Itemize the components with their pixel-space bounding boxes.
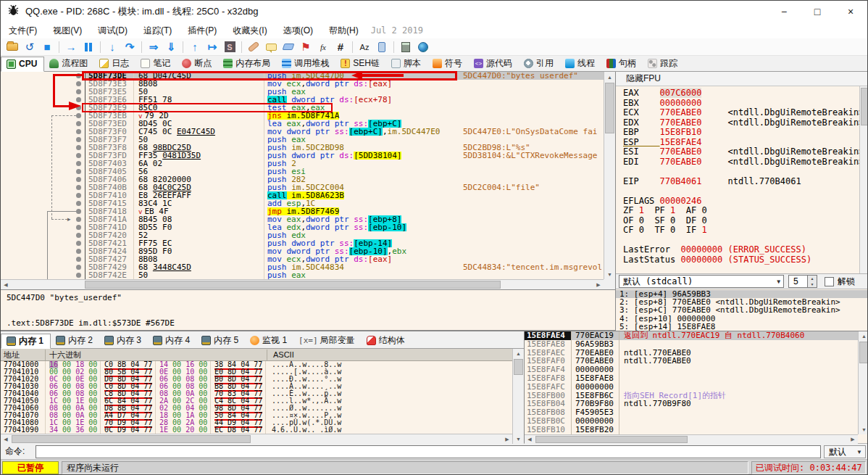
tab-内存-4[interactable]: 内存 4 <box>148 333 196 348</box>
disasm-row[interactable]: 5D8F73F868 98BDC25Dpush im.5DC2BD985DC2B… <box>1 144 604 152</box>
restart-icon[interactable]: ↺ <box>22 40 38 54</box>
register-row[interactable]: ESP 15E8FAE4 <box>616 138 859 148</box>
run-icon[interactable]: → <box>63 40 79 54</box>
run-to-selection-icon[interactable]: ⇒ <box>146 40 162 54</box>
tab-seh[interactable]: !SEH链 <box>335 56 386 71</box>
step-over-icon[interactable]: ↷ <box>122 40 138 54</box>
disasm-row[interactable]: 5D8F742052push edx <box>1 231 604 239</box>
labels-icon[interactable] <box>280 40 296 54</box>
tab-script[interactable]: 脚本 <box>386 56 427 71</box>
breakpoint-dot[interactable] <box>76 241 81 246</box>
breakpoint-dot[interactable] <box>76 121 81 126</box>
register-row[interactable]: EDI 770EABE0 <ntdll.DbgUiRemoteBreakin> <box>616 157 859 168</box>
breakpoint-dot[interactable] <box>76 89 81 94</box>
register-row[interactable]: EIP 770B4061 ntdll.770B4061 <box>616 177 859 187</box>
breakpoint-dot[interactable] <box>76 265 81 270</box>
stack-row[interactable]: 15E8FAFC00000000 <box>525 383 858 392</box>
disasm-horizontal-scrollbar[interactable]: ◀ ▶ <box>1 279 604 289</box>
menu-item[interactable]: 收藏夹(I) <box>225 22 275 39</box>
settings-globe-icon[interactable] <box>415 40 431 54</box>
dump-row[interactable]: 7704109034 00 36 000C D9 04 771E 00 20 0… <box>1 426 512 434</box>
breakpoint-dot[interactable] <box>76 185 81 190</box>
strings-icon[interactable]: Az <box>356 40 372 54</box>
step-into-icon[interactable]: ↓ <box>104 40 120 54</box>
breakpoint-dot[interactable] <box>76 153 81 158</box>
disasm-row[interactable]: 5D8F7421FF75 ECpush dword ptr ss:[ebp-14… <box>1 239 604 247</box>
disasm-row[interactable]: 5D8F740B68 04C0C25Dpush im.5DC2C0045DC2C… <box>1 183 604 191</box>
disasm-row[interactable]: 5D8F741A8B45 08mov eax,dword ptr ss:[ebp… <box>1 215 604 223</box>
stack-row[interactable]: 15E8FB0015E8FB6C指向SEH_Record[1]的指针 <box>525 392 858 400</box>
tab-source[interactable]: <>源代码 <box>469 56 519 71</box>
menu-item[interactable]: 选项(O) <box>275 22 321 39</box>
disasm-row[interactable]: 5D8F7410E8 26EEFAFFcall im.5D8A623B <box>1 191 604 199</box>
menu-item[interactable]: 帮助(H) <box>321 22 367 39</box>
stack-row[interactable]: 15E8FAF815E8FAE8 <box>525 374 858 383</box>
attach-device-icon[interactable] <box>374 40 390 54</box>
calculator-icon[interactable] <box>398 40 414 54</box>
disasm-row[interactable]: 5D8F73F750push eax <box>1 136 604 144</box>
hide-fpu-button[interactable]: 隐藏FPU <box>616 72 868 86</box>
close-button[interactable]: × <box>834 1 867 22</box>
dump-horizontal-scrollbar[interactable]: ◀ ▶ <box>1 434 512 444</box>
breakpoint-dot[interactable] <box>76 249 81 254</box>
register-row[interactable]: EDX 770EABE0 <ntdll.DbgUiRemoteBreakin> <box>616 118 859 128</box>
command-input[interactable] <box>36 445 821 458</box>
register-row[interactable]: EBP 15E8FB10 <box>616 128 859 138</box>
disasm-row[interactable]: 5D8F7418vEB 4Fjmp im.5D8F7469 <box>1 207 604 215</box>
tab-内存-2[interactable]: 内存 2 <box>51 333 99 348</box>
pause-icon[interactable] <box>80 40 96 54</box>
menu-item[interactable]: 视图(V) <box>45 22 90 39</box>
breakpoint-dot[interactable] <box>76 257 81 262</box>
scylla-icon[interactable]: S <box>222 40 238 54</box>
run-to-user-code-icon[interactable]: ↦ <box>204 40 220 54</box>
execute-till-return-icon[interactable]: ↑ <box>187 40 203 54</box>
tab-breakpoint[interactable]: 断点 <box>177 56 218 71</box>
tab-threads[interactable]: 线程 <box>560 56 601 71</box>
breakpoint-dot[interactable] <box>76 201 81 206</box>
disasm-row[interactable]: 5D8F7424895D F0mov dword ptr ss:[ebp-10]… <box>1 247 604 255</box>
stack-horizontal-scrollbar[interactable]: ◀ ▶ <box>525 434 858 444</box>
title-bar[interactable]: QQ.exe - PID: 268C - 模块: im.dll - 线程: 25… <box>1 1 867 22</box>
tab-graph[interactable]: 流程图 <box>44 56 94 71</box>
stack-row[interactable]: 15E8FAEC770EABE0ntdll.770EABE0 <box>525 349 858 358</box>
stack-row[interactable]: 15E8FAE896A59BB3 <box>525 340 858 349</box>
breakpoint-dot[interactable] <box>76 217 81 222</box>
dump-vertical-scrollbar[interactable]: ▲ ▼ <box>512 349 524 444</box>
menu-item[interactable]: 追踪(T) <box>135 22 180 39</box>
tab-handles[interactable]: 句柄 <box>601 56 643 71</box>
stack-row[interactable]: 15E8FB0C00000000 <box>525 417 858 426</box>
tab-trace[interactable]: 跟踪 <box>643 56 684 71</box>
tab-cpu[interactable]: CPU <box>1 57 44 72</box>
disasm-row[interactable]: 5D8F73E550push eax <box>1 88 604 96</box>
comments-icon[interactable] <box>263 40 279 54</box>
bookmarks-icon[interactable]: ⚑ <box>298 40 314 54</box>
register-row[interactable]: EFLAGS 00000246 <box>616 197 859 207</box>
disasm-row[interactable]: 5D8F740668 82020000push 282 <box>1 175 604 183</box>
functions-icon[interactable]: fx <box>315 40 331 54</box>
disasm-row[interactable]: 5D8F73E38B08mov ecx,dword ptr ds:[eax] <box>1 80 604 88</box>
disasm-row[interactable]: 5D8F741583C4 1Cadd esp,1C <box>1 199 604 207</box>
breakpoint-dot[interactable] <box>76 161 81 166</box>
registers-scrollbar[interactable] <box>859 86 868 273</box>
stack-vertical-scrollbar[interactable]: ▲ ▼ <box>858 331 868 434</box>
calling-convention-select[interactable]: 默认 (stdcall) ▼ <box>619 275 784 288</box>
tab-struct[interactable]: 结构体 <box>362 333 412 348</box>
tab-内存-1[interactable]: 内存 1 <box>1 334 51 349</box>
disasm-row[interactable]: 5D8F73F0C745 0C E047C45Dmov dword ptr ss… <box>1 128 604 136</box>
tab-log[interactable]: 日志 <box>94 56 135 71</box>
spinner-buttons[interactable]: ▲▼ <box>807 276 817 287</box>
breakpoint-dot[interactable] <box>76 169 81 174</box>
disasm-row[interactable]: 5D8F74278B08mov ecx,dword ptr ds:[eax] <box>1 255 604 263</box>
disasm-vertical-scrollbar[interactable]: ▲ ▼ <box>604 72 615 279</box>
breakpoint-dot[interactable] <box>76 193 81 198</box>
disasm-row[interactable]: 5D8F741D8D55 F0lea edx,dword ptr ss:[ebp… <box>1 223 604 231</box>
patches-icon[interactable] <box>246 40 262 54</box>
breakpoint-dot[interactable] <box>76 225 81 230</box>
disasm-row[interactable]: 5D8F73ED8D45 0Clea eax,dword ptr ss:[ebp… <box>1 120 604 128</box>
stack-row[interactable]: 15E8FB08F45905E3 <box>525 408 858 417</box>
tab-memmap[interactable]: 内存布局 <box>218 56 277 71</box>
argument-row[interactable]: 5: [esp+14] 15E8FAE8 <box>616 323 868 331</box>
disasm-row[interactable]: 5D8F74036A 02push 2 <box>1 160 604 168</box>
argument-row[interactable]: 3: [esp+C] 770EABE0 <ntdll.DbgUiRemoteBr… <box>616 306 868 314</box>
breakpoint-dot[interactable] <box>76 81 81 86</box>
